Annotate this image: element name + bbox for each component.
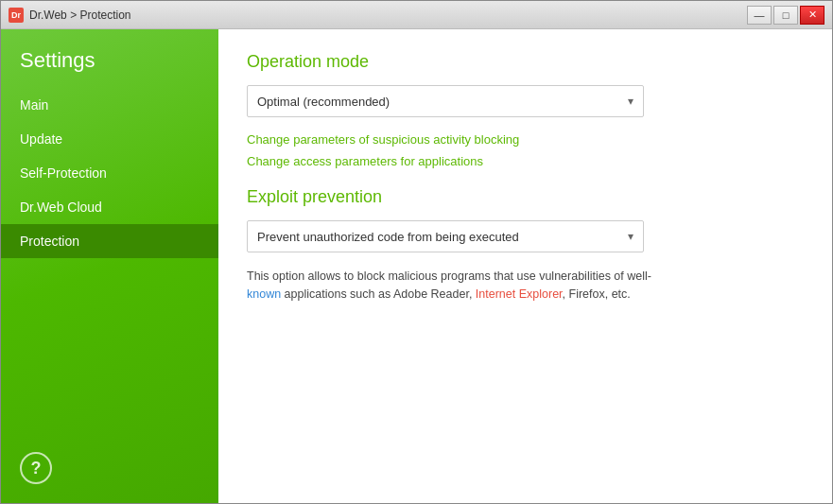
desc-part3: , Firefox, etc. [563,287,631,301]
sidebar: Settings Main Update Self-Protection Dr.… [1,29,218,503]
help-button[interactable]: ? [20,452,52,484]
minimize-button[interactable]: — [747,6,772,25]
exploit-dropdown-arrow-icon: ▾ [628,230,633,243]
sidebar-item-update[interactable]: Update [1,122,218,156]
suspicious-activity-link[interactable]: Change parameters of suspicious activity… [247,132,804,147]
desc-part1: This option allows to block malicious pr… [247,269,651,283]
sidebar-item-self-protection[interactable]: Self-Protection [1,156,218,190]
sidebar-item-protection[interactable]: Protection [1,224,218,258]
sidebar-item-main[interactable]: Main [1,88,218,122]
exploit-prevention-dropdown-container: Prevent unauthorized code from being exe… [247,220,804,252]
window-controls: — □ ✕ [747,6,824,25]
content-area: Settings Main Update Self-Protection Dr.… [1,29,832,503]
main-window: Dr Dr.Web > Protection — □ ✕ Settings Ma… [0,0,833,504]
desc-part2: applications such as Adobe Reader, [281,287,476,301]
titlebar: Dr Dr.Web > Protection — □ ✕ [1,1,832,29]
app-icon: Dr [9,8,24,23]
operation-mode-value: Optimal (recommended) [257,95,390,109]
main-content: Operation mode Optimal (recommended) ▾ C… [218,29,832,503]
known-link[interactable]: known [247,287,281,301]
sidebar-item-drweb-cloud[interactable]: Dr.Web Cloud [1,190,218,224]
window-title: Dr.Web > Protection [29,9,131,22]
exploit-prevention-value: Prevent unauthorized code from being exe… [257,230,519,244]
access-parameters-link[interactable]: Change access parameters for application… [247,154,804,168]
operation-mode-title: Operation mode [247,52,804,72]
operation-mode-dropdown[interactable]: Optimal (recommended) ▾ [247,85,644,117]
operation-mode-section: Operation mode Optimal (recommended) ▾ C… [247,52,804,168]
exploit-description: This option allows to block malicious pr… [247,268,663,304]
exploit-prevention-section: Exploit prevention Prevent unauthorized … [247,187,804,304]
exploit-prevention-title: Exploit prevention [247,187,804,207]
exploit-prevention-dropdown[interactable]: Prevent unauthorized code from being exe… [247,220,644,252]
sidebar-nav: Main Update Self-Protection Dr.Web Cloud… [1,88,218,433]
dropdown-arrow-icon: ▾ [628,95,633,108]
titlebar-left: Dr Dr.Web > Protection [9,8,131,23]
operation-mode-dropdown-container: Optimal (recommended) ▾ [247,85,804,117]
internet-explorer-link[interactable]: Internet Explorer [476,287,563,301]
sidebar-footer: ? [1,433,218,503]
close-button[interactable]: ✕ [800,6,824,25]
sidebar-title: Settings [1,29,218,88]
maximize-button[interactable]: □ [773,6,798,25]
